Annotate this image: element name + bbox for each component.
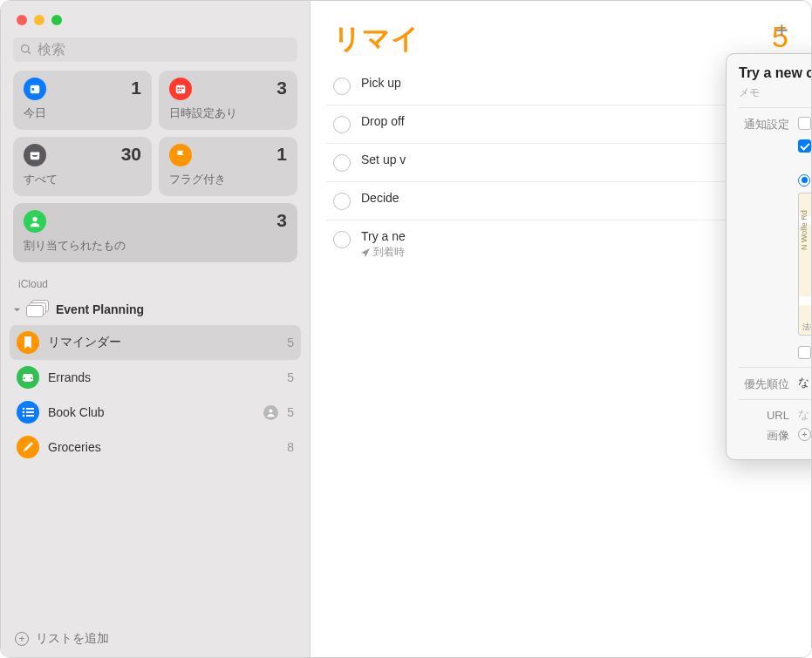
smart-assigned-label: 割り当てられたもの [24,238,287,254]
list-count: 5 [287,370,294,384]
smart-flagged-count: 1 [276,144,287,165]
smart-all-count: 30 [121,144,141,165]
smart-lists-grid: 1 今日 3 日時設定あり 30 [1,71,310,262]
road-label: N Wolfe Rd [800,210,809,250]
priority-label: 優先順位 [739,375,789,392]
shared-icon [263,405,278,420]
svg-point-13 [23,415,25,417]
svg-rect-7 [180,90,181,92]
list-count: 8 [287,440,294,454]
svg-rect-10 [26,408,34,410]
bookmark-icon [17,331,39,354]
pencil-icon [17,436,39,458]
list-count: 5 [287,405,294,419]
folder-event-planning[interactable]: Event Planning [1,294,310,325]
notify-section-label: 通知設定 [739,115,789,132]
sidebar-list-reminders[interactable]: リマインダー 5 [10,325,301,360]
person-icon [24,210,46,233]
messaging-checkbox-row[interactable]: 特定の人にメッセージを送信時 [798,344,811,360]
smart-today-count: 1 [131,78,141,98]
sidebar-list-groceries[interactable]: Groceries 8 [1,430,310,465]
fullscreen-window-button[interactable] [51,15,62,25]
smart-all[interactable]: 30 すべて [13,137,152,196]
window-controls [1,1,310,34]
svg-rect-1 [32,88,35,91]
smart-assigned-count: 3 [276,210,287,231]
smart-flagged[interactable]: 1 フラグ付き [159,137,297,196]
svg-rect-14 [26,415,34,417]
account-label: iCloud [1,262,310,294]
smart-flagged-label: フラグ付き [169,172,287,187]
svg-point-11 [23,411,25,414]
memo-field[interactable]: メモ [739,85,811,100]
complete-toggle[interactable] [333,78,351,95]
folder-stack-icon [26,300,51,319]
list-count: 5 [287,336,294,349]
priority-value[interactable]: なし [798,375,811,390]
svg-rect-12 [26,411,34,413]
main-pane: + リマイ 5 Pick up Drop off Set up v Decide [310,1,811,657]
messaging-checkbox[interactable] [798,346,811,359]
smart-scheduled[interactable]: 3 日時設定あり [159,71,297,130]
date-checkbox[interactable] [798,117,811,130]
sidebar-list-errands[interactable]: Errands 5 [1,360,310,395]
smart-all-label: すべて [24,172,141,187]
location-checkbox-row[interactable]: 指定場所 [798,138,811,153]
complete-toggle[interactable] [333,154,351,172]
url-field[interactable]: なし [798,407,811,423]
search-input[interactable]: 検索 [13,37,297,62]
location-map[interactable]: Vallco Pkwy N Wolfe Rd Stevens Creek Blv… [798,193,811,336]
minimize-window-button[interactable] [34,15,44,25]
list-label: Groceries [48,440,101,454]
date-checkbox-row[interactable]: 指定日 [798,115,811,131]
calendar-today-icon [24,78,46,100]
svg-rect-6 [178,90,180,92]
location-arrow-icon [361,248,370,257]
popover-title[interactable]: Try a new coffee [739,65,811,81]
arriving-radio[interactable]: 到着時 [798,172,811,187]
map-legal-link[interactable]: 法律に基づく情報 [802,322,811,333]
list-label: Errands [48,370,91,384]
search-placeholder: 検索 [38,41,65,59]
svg-rect-0 [31,85,40,94]
svg-point-15 [270,409,273,412]
svg-rect-2 [176,85,186,94]
close-window-button[interactable] [17,15,27,25]
svg-point-8 [32,217,37,221]
add-list-label: リストを追加 [36,631,109,647]
svg-rect-3 [178,87,180,89]
url-label: URL [739,407,789,422]
svg-point-9 [23,408,25,410]
image-label: 画像 [739,426,789,444]
plus-circle-icon: + [15,632,29,646]
sidebar: 検索 1 今日 3 日時設定あり [1,1,310,657]
smart-assigned[interactable]: 3 割り当てられたもの [13,203,297,262]
list-title: リマイ [333,20,420,58]
add-list-button[interactable]: + リストを追加 [1,621,310,657]
complete-toggle[interactable] [333,116,351,133]
svg-rect-4 [180,87,181,89]
plus-circle-icon: + [798,428,811,441]
reminder-details-popover: Try a new coffee メモ 通知設定 指定日 指定場所 Philz … [726,53,811,460]
flag-icon [169,144,192,166]
calendar-scheduled-icon [169,78,192,100]
list-label: Book Club [48,405,105,419]
smart-scheduled-count: 3 [276,78,287,98]
smart-scheduled-label: 日時設定あり [169,105,287,121]
add-reminder-button[interactable]: + [775,17,788,44]
reminder-subtitle: 到着時 [361,245,769,260]
complete-toggle[interactable] [333,193,351,210]
complete-toggle[interactable] [333,231,351,248]
search-icon [20,44,32,56]
svg-rect-5 [182,87,184,89]
list-label: リマインダー [48,335,121,350]
smart-today[interactable]: 1 今日 [13,71,152,130]
add-image-button[interactable]: + 画像を追加… [798,426,811,442]
list-bullet-icon [17,401,39,424]
chevron-down-icon [13,306,21,314]
smart-today-label: 今日 [24,105,141,121]
sidebar-list-bookclub[interactable]: Book Club 5 [1,395,310,430]
location-checkbox[interactable] [798,139,811,153]
app-window: 検索 1 今日 3 日時設定あり [0,0,812,658]
reminder-title: Try a ne [361,229,769,243]
